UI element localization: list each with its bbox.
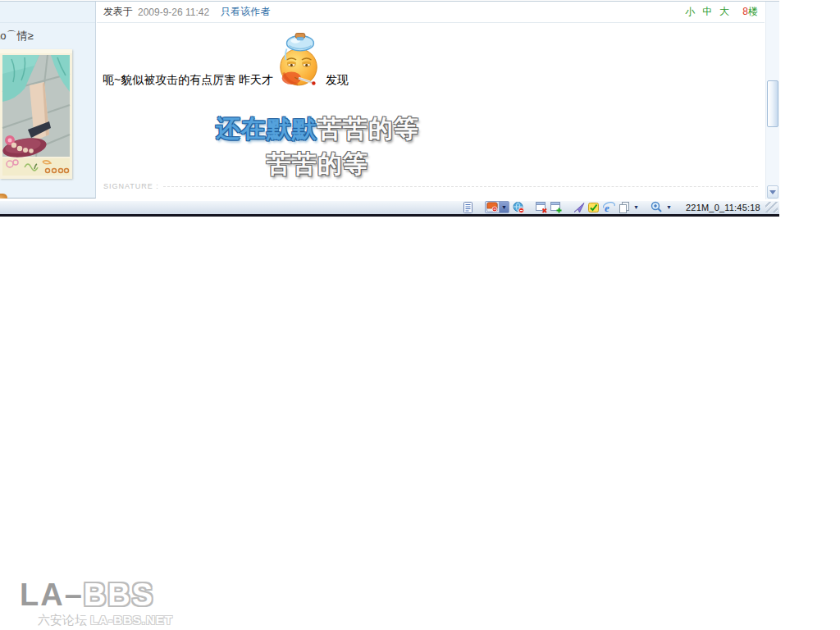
document-icon[interactable] (463, 202, 473, 213)
forum-content-region: ao⌒情≥ (0, 0, 779, 199)
window-bottom-edge (0, 214, 779, 217)
resize-grip[interactable] (765, 202, 778, 212)
zoom-icon[interactable] (651, 201, 663, 213)
watermark-subtitle: 六安论坛 LA-BBS.NET (38, 613, 173, 628)
signature-divider: SIGNATURE : (103, 182, 758, 190)
font-size-medium-link[interactable]: 中 (702, 5, 712, 19)
globe-block-icon[interactable] (513, 202, 524, 213)
avatar[interactable] (0, 49, 72, 179)
signature-line1: 还在默默苦苦的等 (210, 111, 425, 146)
page: ao⌒情≥ (0, 0, 840, 630)
watermark-title: LA–BBS (20, 578, 173, 611)
form-check-icon[interactable] (588, 202, 600, 213)
post-content-text: 呃~貌似被攻击的有点厉害 昨天才 (103, 33, 349, 87)
chevron-down-icon (769, 190, 776, 194)
paper-dart-icon[interactable] (573, 202, 585, 213)
avatar-photo-illustration (0, 49, 72, 179)
post-text-after: 发现 (326, 72, 349, 87)
post-text-before: 呃~貌似被攻击的有点厉害 昨天才 (103, 72, 273, 87)
window-new-icon[interactable] (550, 202, 562, 213)
author-username: ao⌒情≥ (0, 29, 34, 43)
posted-at-label: 发表于 (103, 5, 133, 19)
post-header-bar: 发表于 2009-9-26 11:42 只看该作者 小 中 大 8楼 (97, 2, 765, 23)
vertical-scrollbar[interactable] (765, 2, 779, 199)
copy-pages-icon[interactable] (619, 202, 630, 213)
signature-label: SIGNATURE : (103, 182, 159, 190)
signature-dashed-line (163, 186, 758, 187)
signature-image-text: 还在默默苦苦的等 苦苦的等 (210, 111, 425, 181)
scrollbar-thumb[interactable] (767, 80, 778, 127)
dropdown-arrow-icon[interactable]: ▼ (633, 204, 639, 210)
adblock-icon (486, 202, 499, 212)
sick-face-ice-bag-emoticon (276, 33, 323, 87)
signature-line2: 苦苦的等 (210, 146, 425, 181)
ie-icon[interactable]: e (603, 202, 615, 213)
post-timestamp: 2009-9-26 11:42 (138, 7, 209, 18)
post-author-sidebar: ao⌒情≥ (0, 2, 96, 199)
cropped-image-fragment (0, 194, 7, 199)
scrollbar-down-button[interactable] (767, 185, 778, 199)
chevron-down-icon: ▼ (501, 204, 507, 210)
font-size-large-link[interactable]: 大 (719, 5, 729, 19)
adblock-button-group[interactable]: ▼ (485, 201, 509, 213)
site-watermark: LA–BBS 六安论坛 LA-BBS.NET (20, 578, 173, 628)
font-size-small-link[interactable]: 小 (685, 5, 695, 19)
window-close-icon[interactable] (536, 202, 547, 213)
floor-number-link[interactable]: 8楼 (742, 5, 758, 19)
dropdown-arrow-icon[interactable]: ▼ (666, 204, 672, 210)
status-bar-text: 221M_0_11:45:18 (686, 203, 760, 212)
adblock-dropdown-arrow[interactable]: ▼ (499, 202, 509, 212)
only-view-author-link[interactable]: 只看该作者 (221, 5, 270, 19)
sidebar-divider (0, 22, 96, 23)
status-bar-icons: ▼ e ▼ ▼ (463, 201, 675, 213)
post-main-column: 发表于 2009-9-26 11:42 只看该作者 小 中 大 8楼 呃~貌似被… (97, 2, 765, 199)
